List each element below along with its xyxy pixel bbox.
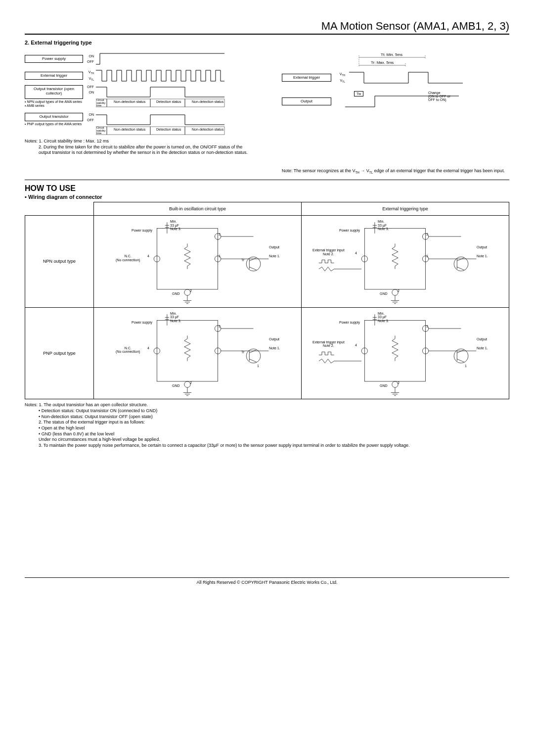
pin2: 2 bbox=[190, 289, 192, 293]
pin1: 1 bbox=[219, 254, 221, 258]
page-header: MA Motion Sensor (AMA1, AMB1, 2, 3) bbox=[25, 20, 509, 35]
wnote-2a: • Open at the high level bbox=[25, 425, 509, 431]
gnd-lbl: GND bbox=[172, 384, 180, 388]
cell-stability-p: Circuit stability time bbox=[96, 127, 106, 135]
output-npn-label: Output transistor (open collector) bbox=[25, 85, 83, 99]
cell-nondet1: Non-detection status bbox=[114, 100, 145, 103]
tr-lbl: Tr bbox=[241, 350, 244, 354]
level-vth: VTH bbox=[84, 70, 94, 75]
vtl-r: VTL bbox=[335, 79, 345, 83]
page-footer: All Rights Reserved © COPYRIGHT Panasoni… bbox=[25, 577, 509, 585]
timing-diagram-right: Tt: Min. 5ms Tr: Max. 5ms External trigg… bbox=[282, 49, 509, 175]
pin4: 4 bbox=[355, 251, 357, 255]
timing-right-note: Note: The sensor recognizes at the VTH →… bbox=[282, 168, 509, 175]
wnote-2: 2. The status of the external trigger in… bbox=[25, 420, 509, 425]
svg-rect-58 bbox=[364, 320, 425, 381]
wnote-1: Notes: 1. The output transistor has an o… bbox=[25, 402, 509, 408]
svg-line-57 bbox=[249, 359, 256, 362]
ps-label: Power supply bbox=[132, 229, 152, 233]
nc-lbl: N.C. (No connection) bbox=[116, 346, 140, 354]
wnote-1a: • Detection status: Output transistor ON… bbox=[25, 408, 509, 414]
pin2: 2 bbox=[398, 381, 400, 385]
ext-trigger-waveform-r bbox=[349, 70, 463, 85]
output-lbl: Output bbox=[269, 245, 279, 249]
ps-label: Power supply bbox=[132, 321, 152, 325]
col-builtin: Built-in oscillation circuit type bbox=[94, 202, 302, 215]
timing-left-notes: Notes: 1. Circuit stability time : Max. … bbox=[25, 139, 252, 156]
note1-lbl: Note 1. bbox=[269, 346, 280, 350]
row-npn: NPN output type bbox=[25, 215, 94, 307]
tr-lbl: Tr bbox=[241, 258, 244, 262]
page-title: MA Motion Sensor (AMA1, AMB1, 2, 3) bbox=[321, 20, 509, 32]
cell-det-p: Detection status bbox=[156, 128, 181, 131]
svg-line-56 bbox=[249, 350, 256, 353]
note-line-1: Notes: 1. Circuit stability time : Max. … bbox=[25, 139, 252, 144]
how-to-use-heading: HOW TO USE bbox=[25, 180, 509, 193]
cell-stability: Circuit stability time bbox=[96, 99, 106, 107]
note-line-2: 2. During the time taken for the circuit… bbox=[25, 144, 252, 156]
wiring-notes: Notes: 1. The output transistor has an o… bbox=[25, 402, 509, 449]
gnd-lbl: GND bbox=[172, 292, 180, 296]
svg-line-72 bbox=[457, 359, 464, 362]
note1-lbl: Note 1. bbox=[477, 346, 488, 350]
level-on: ON bbox=[84, 54, 94, 58]
cap-label: Min. 33 µF Note 3. bbox=[170, 312, 181, 323]
cell-nondet1-p: Non-detection status bbox=[114, 128, 145, 131]
cell-nondet2: Non-detection status bbox=[192, 100, 223, 103]
cap-label: Min. 33 µF Note 3. bbox=[170, 220, 181, 231]
circuit-pnp-ext: Min. 33 µF Note 3. Power supply 3 Output… bbox=[302, 307, 509, 399]
pin2: 2 bbox=[190, 381, 192, 385]
pin4: 4 bbox=[147, 254, 149, 258]
pin3: 3 bbox=[426, 233, 428, 236]
svg-line-71 bbox=[457, 350, 464, 353]
svg-line-41 bbox=[457, 258, 464, 261]
svg-line-42 bbox=[457, 267, 464, 270]
output-pnp-sublabel: • PNP output types of the AMA series bbox=[25, 122, 82, 126]
pin2: 2 bbox=[398, 289, 400, 293]
gnd-lbl: GND bbox=[380, 292, 388, 296]
trigger-waveform bbox=[96, 68, 252, 83]
output-npn-sublabel: • NPN output types of the AMA series • A… bbox=[25, 100, 82, 107]
svg-line-27 bbox=[249, 267, 256, 270]
ps-label: Power supply bbox=[339, 321, 360, 325]
section-2-heading: 2. External triggering type bbox=[25, 40, 509, 46]
wnote-1b: • Non-detection status: Output transisto… bbox=[25, 414, 509, 420]
level-on3: ON bbox=[84, 113, 94, 116]
npn-waveform: Circuit stability time Non-detection sta… bbox=[96, 85, 252, 108]
timing-diagrams-row: Power supply ON OFF External trigger VTH… bbox=[25, 49, 509, 175]
power-waveform bbox=[96, 51, 252, 66]
pin1-p: 1 bbox=[465, 364, 467, 368]
svg-rect-13 bbox=[157, 229, 218, 289]
circuit-diagram-icon bbox=[304, 218, 507, 305]
wnote-2c: Under no circumstances must a high-level… bbox=[25, 437, 509, 443]
pin1: 1 bbox=[426, 254, 428, 258]
cap-label: Min. 33 µF Note 3. bbox=[378, 220, 389, 231]
output-lbl: Output bbox=[477, 337, 487, 341]
output-label-r: Output bbox=[282, 97, 331, 106]
circuit-npn-builtin: Min. 33 µF Note 3. Power supply 3 Output… bbox=[94, 215, 302, 307]
level-off: OFF bbox=[84, 60, 94, 63]
pin3: 3 bbox=[219, 325, 221, 329]
row-pnp: PNP output type bbox=[25, 307, 94, 399]
note1-lbl: Note 1. bbox=[477, 254, 488, 258]
circuit-npn-ext: Min. 33 µF Note 3. Power supply 3 Output… bbox=[302, 215, 509, 307]
level-off3: OFF bbox=[84, 118, 94, 122]
cell-det: Detection status bbox=[156, 100, 181, 103]
ext-trigger-label-r: External trigger bbox=[282, 74, 331, 82]
wiring-table: Built-in oscillation circuit type Extern… bbox=[25, 202, 509, 399]
col-ext: External triggering type bbox=[302, 202, 509, 215]
pin4: 4 bbox=[147, 346, 149, 350]
ps-label: Power supply bbox=[339, 229, 360, 233]
circuit-diagram-icon bbox=[304, 310, 507, 397]
nc-lbl: N.C. (No connection) bbox=[116, 254, 140, 262]
level-vtl: VTL bbox=[84, 77, 94, 81]
output-lbl: Output bbox=[477, 245, 487, 249]
pnp-waveform: Circuit stability time Non-detection sta… bbox=[96, 113, 252, 136]
ext-trigger-label: External trigger bbox=[25, 72, 83, 80]
dim-lines-icon bbox=[351, 55, 460, 69]
output-pnp-label: Output transistor bbox=[25, 113, 83, 121]
cap-label: Min. 33 µF Note 3. bbox=[378, 312, 389, 323]
vth-r: VTH bbox=[335, 72, 345, 77]
wiring-diagram-heading: • Wiring diagram of connector bbox=[25, 194, 509, 200]
pin1-p: 1 bbox=[257, 364, 259, 368]
